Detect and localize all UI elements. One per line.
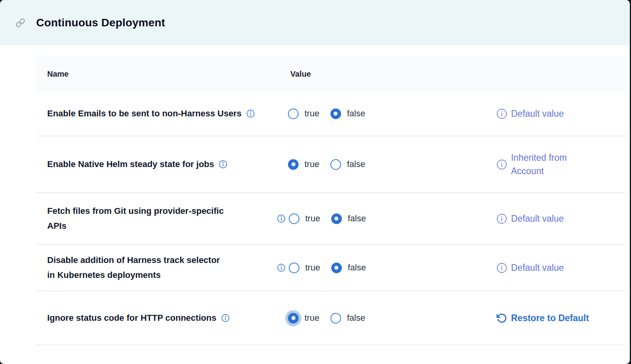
radio-false-label[interactable]: false — [348, 213, 366, 224]
radio-false[interactable] — [331, 213, 342, 224]
radio-true[interactable] — [288, 313, 299, 324]
status-label[interactable]: Default value — [511, 107, 564, 121]
setting-value-cell: true false — [272, 313, 496, 324]
radio-true[interactable] — [289, 213, 299, 224]
radio-false[interactable] — [330, 159, 341, 170]
table-body: Enable Emails to be sent to non-Harness … — [36, 92, 625, 346]
setting-name-cell: Fetch files from Git using provider-spec… — [36, 204, 272, 234]
radio-true-label[interactable]: true — [305, 213, 320, 224]
setting-value-cell: true false — [272, 159, 496, 170]
restore-icon[interactable] — [496, 313, 507, 324]
table-row: Disable addition of Harness track select… — [36, 245, 625, 291]
setting-name: Fetch files from Git using provider-spec… — [47, 204, 226, 234]
setting-value-cell: true false — [272, 263, 496, 273]
setting-name: Enable Native Helm steady state for jobs — [47, 157, 214, 172]
radio-false-label[interactable]: false — [347, 313, 365, 323]
status-label[interactable]: Restore to Default — [511, 311, 589, 325]
info-icon[interactable] — [219, 160, 227, 169]
table-header: Name Value — [36, 57, 625, 92]
status-info-icon[interactable] — [496, 213, 507, 224]
radio-true-label[interactable]: true — [305, 263, 320, 273]
status-label[interactable]: Inherited from Account — [511, 151, 597, 178]
settings-table: Name Value Enable Emails to be sent to n… — [36, 57, 625, 346]
radio-true[interactable] — [289, 263, 299, 273]
radio-false-label[interactable]: false — [348, 263, 366, 273]
setting-name-cell: Enable Emails to be sent to non-Harness … — [36, 106, 272, 121]
column-header-name: Name — [36, 70, 290, 79]
table-row: Enable Emails to be sent to non-Harness … — [36, 92, 625, 136]
setting-status: Inherited from Account — [496, 151, 625, 178]
setting-name-cell: Enable Native Helm steady state for jobs — [36, 157, 272, 172]
info-icon[interactable] — [221, 314, 230, 322]
setting-name-cell: Ignore status code for HTTP connections — [36, 311, 272, 326]
radio-false[interactable] — [330, 313, 341, 324]
table-row: Enable Native Helm steady state for jobs… — [36, 136, 625, 193]
setting-name: Disable addition of Harness track select… — [47, 253, 226, 283]
status-info-icon[interactable] — [496, 263, 507, 273]
settings-page: Continuous Deployment Name Value Enable … — [0, 0, 630, 364]
radio-true-label[interactable]: true — [304, 313, 319, 323]
radio-true-label[interactable]: true — [304, 159, 319, 169]
table-row: Ignore status code for HTTP connections … — [36, 291, 625, 346]
info-icon[interactable] — [277, 263, 286, 272]
radio-false-label[interactable]: false — [347, 108, 365, 119]
status-label[interactable]: Default value — [511, 261, 564, 275]
status-info-icon[interactable] — [496, 108, 507, 119]
section-header: Continuous Deployment — [0, 0, 630, 45]
radio-false-label[interactable]: false — [347, 159, 365, 169]
status-label[interactable]: Default value — [511, 212, 564, 226]
info-icon[interactable] — [246, 109, 255, 118]
setting-name: Ignore status code for HTTP connections — [47, 311, 216, 326]
setting-value-cell: true false — [272, 108, 496, 119]
setting-name: Enable Emails to be sent to non-Harness … — [47, 106, 242, 121]
radio-true-label[interactable]: true — [304, 108, 319, 119]
table-row: Fetch files from Git using provider-spec… — [36, 193, 625, 245]
setting-status: Restore to Default — [496, 311, 625, 325]
setting-status: Default value — [496, 107, 625, 121]
page-title: Continuous Deployment — [36, 17, 165, 29]
radio-false[interactable] — [331, 263, 342, 273]
link-icon[interactable] — [16, 18, 25, 28]
info-icon[interactable] — [277, 214, 286, 223]
setting-status: Default value — [496, 212, 625, 226]
radio-true[interactable] — [288, 108, 299, 119]
radio-true[interactable] — [288, 159, 299, 170]
setting-name-cell: Disable addition of Harness track select… — [36, 253, 272, 283]
status-info-icon[interactable] — [496, 159, 507, 170]
setting-value-cell: true false — [272, 213, 496, 224]
radio-false[interactable] — [330, 108, 341, 119]
setting-status: Default value — [496, 261, 625, 275]
column-header-value: Value — [290, 70, 625, 79]
